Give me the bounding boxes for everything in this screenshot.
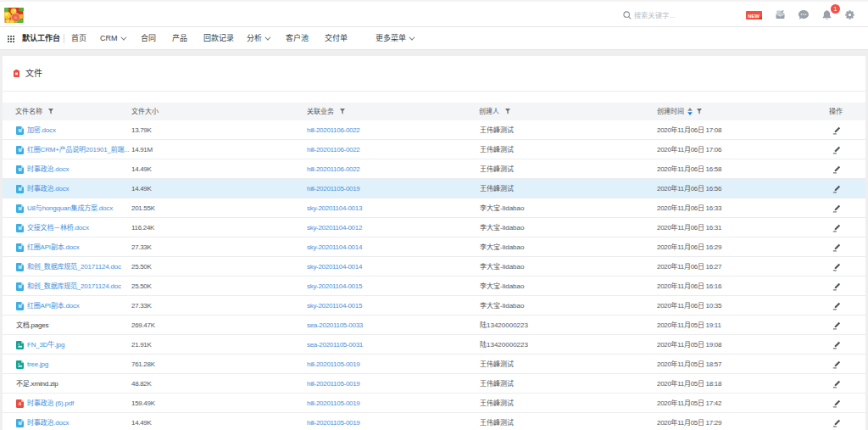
svg-text:NEW: NEW	[748, 14, 760, 19]
